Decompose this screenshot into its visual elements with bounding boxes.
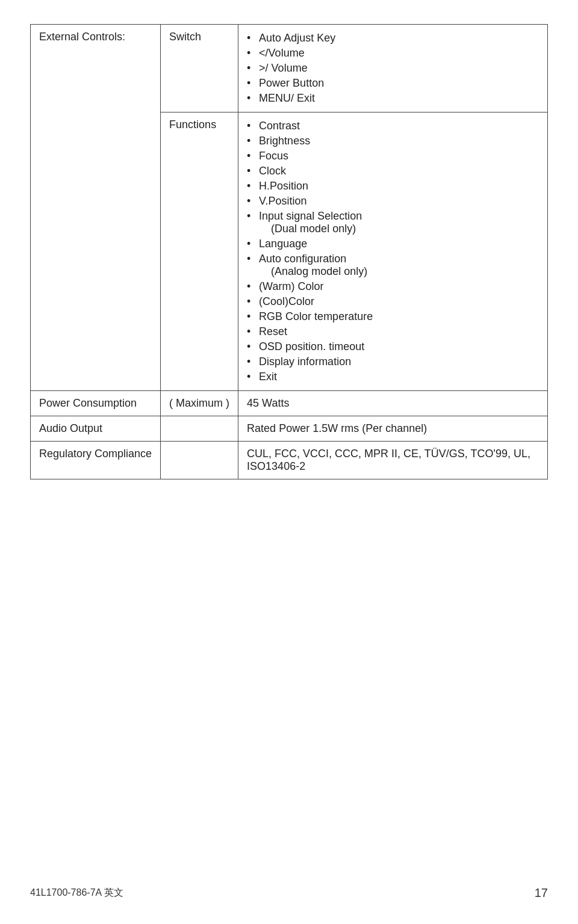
- switch-items: Auto Adjust Key </Volume >/ Volume Power…: [238, 25, 548, 112]
- audio-output-col2: [161, 416, 238, 442]
- list-item: Clock: [247, 164, 539, 179]
- power-value: 45 Watts: [238, 391, 548, 416]
- table-row-regulatory: Regulatory Compliance CUL, FCC, VCCI, CC…: [31, 442, 548, 479]
- list-item: (Warm) Color: [247, 279, 539, 294]
- list-item: Contrast: [247, 119, 539, 134]
- list-item: RGB Color temperature: [247, 309, 539, 324]
- list-item: OSD position. timeout: [247, 339, 539, 354]
- regulatory-label: Regulatory Compliance: [31, 442, 161, 479]
- functions-items: Contrast Brightness Focus Clock H.Positi…: [238, 112, 548, 391]
- list-item: Brightness: [247, 134, 539, 149]
- page-footer: 41L1700-786-7A 英文 17: [30, 886, 548, 900]
- audio-output-value: Rated Power 1.5W rms (Per channel): [238, 416, 548, 442]
- functions-label: Functions: [161, 112, 238, 391]
- switch-label: Switch: [161, 25, 238, 112]
- list-item: Focus: [247, 149, 539, 164]
- external-controls-label: External Controls:: [31, 25, 161, 391]
- list-item: >/ Volume: [247, 61, 539, 76]
- auto-config-subtext: (Analog model only): [259, 265, 539, 278]
- list-item: </Volume: [247, 46, 539, 61]
- list-item: Reset: [247, 324, 539, 339]
- regulatory-value: CUL, FCC, VCCI, CCC, MPR II, CE, TÜV/GS,…: [238, 442, 548, 479]
- footer-document-id: 41L1700-786-7A 英文: [30, 887, 123, 899]
- list-item: Exit: [247, 369, 539, 384]
- list-item: Auto Adjust Key: [247, 31, 539, 46]
- list-item: Power Button: [247, 76, 539, 91]
- list-item: Display information: [247, 354, 539, 369]
- power-consumption-label: Power Consumption: [31, 391, 161, 416]
- table-row-switch: External Controls: Switch Auto Adjust Ke…: [31, 25, 548, 112]
- list-item: MENU/ Exit: [247, 91, 539, 106]
- table-row-audio: Audio Output Rated Power 1.5W rms (Per c…: [31, 416, 548, 442]
- main-table: External Controls: Switch Auto Adjust Ke…: [30, 24, 548, 479]
- list-item: Auto configuration (Analog model only): [247, 251, 539, 279]
- list-item: V.Position: [247, 194, 539, 209]
- table-row-power: Power Consumption ( Maximum ) 45 Watts: [31, 391, 548, 416]
- input-signal-subtext: (Dual model only): [259, 223, 539, 235]
- list-item: Language: [247, 236, 539, 251]
- page-number: 17: [535, 886, 548, 900]
- power-maximum-label: ( Maximum ): [161, 391, 238, 416]
- list-item: (Cool)Color: [247, 294, 539, 309]
- audio-output-label: Audio Output: [31, 416, 161, 442]
- regulatory-col2: [161, 442, 238, 479]
- list-item: Input signal Selection (Dual model only): [247, 209, 539, 236]
- list-item: H.Position: [247, 179, 539, 194]
